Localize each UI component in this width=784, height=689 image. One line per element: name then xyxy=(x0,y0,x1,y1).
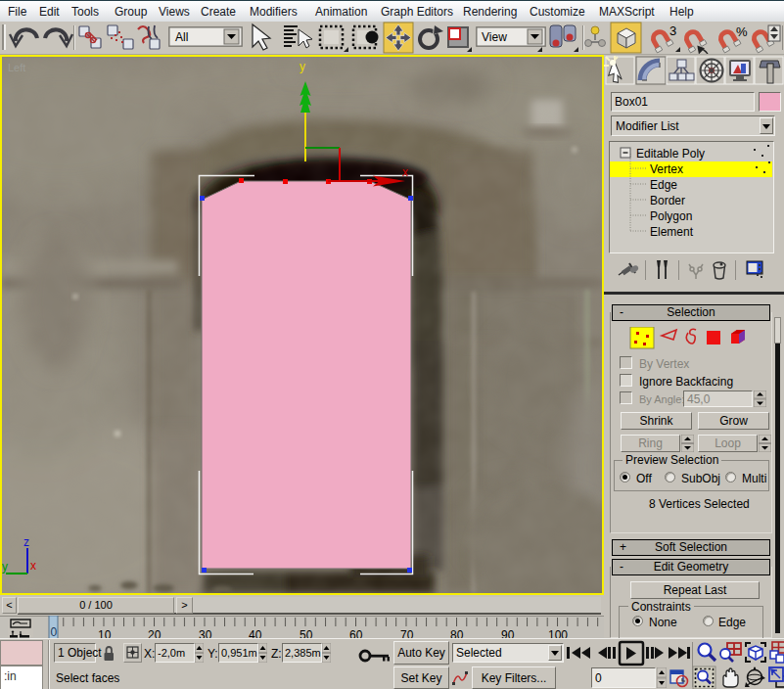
svg-text:3: 3 xyxy=(669,23,676,38)
svg-text:Editable Poly: Editable Poly xyxy=(636,147,705,161)
svg-text:y: y xyxy=(300,60,305,73)
svg-text:Polygon: Polygon xyxy=(650,209,692,223)
svg-text:Border: Border xyxy=(650,194,685,207)
svg-text:x: x xyxy=(402,165,408,179)
svg-text:0: 0 xyxy=(51,625,58,639)
svg-text:Edge: Edge xyxy=(650,178,677,192)
svg-text:Vertex: Vertex xyxy=(650,162,683,176)
svg-text:View: View xyxy=(482,30,507,44)
svg-text:%: % xyxy=(736,24,748,39)
svg-text:z: z xyxy=(23,535,29,549)
svg-text:Element: Element xyxy=(650,225,694,239)
svg-text:y: y xyxy=(2,560,8,574)
svg-text:All: All xyxy=(175,30,188,44)
svg-text:x: x xyxy=(30,559,36,573)
svg-text:Left: Left xyxy=(8,62,25,73)
